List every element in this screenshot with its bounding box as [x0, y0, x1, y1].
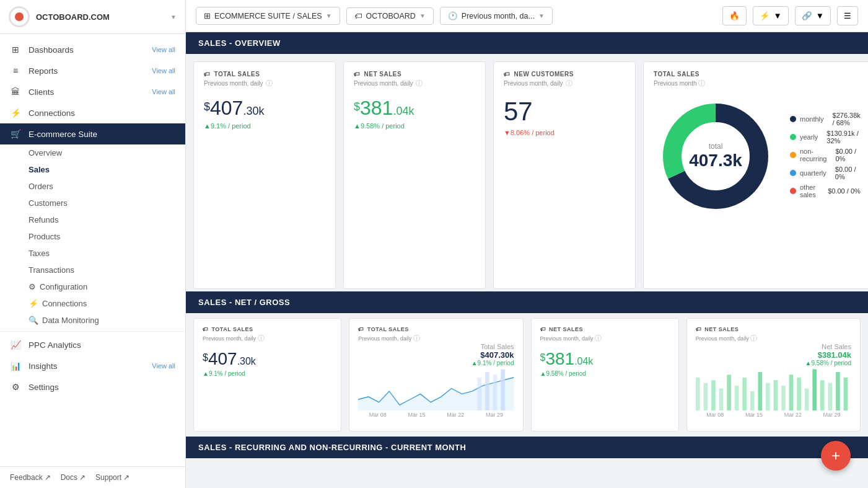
sidebar-item-ecommerce[interactable]: 🛒 E-commerce Suite [0, 123, 185, 144]
sidebar-logo[interactable]: OCTOBOARD.COM ▼ [0, 0, 185, 34]
svg-rect-32 [758, 372, 762, 410]
sidebar-sub-item-products[interactable]: Products [28, 228, 185, 245]
sidebar-sub-item-data-monitoring[interactable]: 🔍Data Monitoring [28, 312, 185, 329]
svg-rect-37 [797, 378, 801, 410]
lightning-icon: ⚡ [760, 11, 770, 20]
net-chart-trend: ▲9.58% / period [696, 360, 851, 366]
sidebar-sub-item-orders[interactable]: Orders [28, 178, 185, 195]
svg-rect-35 [781, 386, 786, 410]
sidebar-item-connections[interactable]: ⚡ Connections [0, 102, 185, 123]
new-customers-value: 57 [504, 97, 625, 126]
legend-item: other sales $0.00 / 0% [790, 184, 861, 198]
share-button[interactable]: 🔗 ▼ [795, 6, 831, 25]
svg-marker-19 [358, 378, 514, 410]
chart-value: $407.30k [358, 350, 514, 360]
svg-rect-28 [727, 375, 731, 410]
support-link[interactable]: Support ↗ [95, 473, 129, 482]
board-selector-button[interactable]: 🏷 OCTOBOARD ▼ [346, 7, 434, 25]
mini-net-sales-trend: ▲9.58% / period [540, 370, 670, 377]
info-icon[interactable]: ⓘ [698, 79, 705, 87]
sidebar-item-reports[interactable]: ≡ Reports View all [0, 60, 185, 81]
info-icon[interactable]: ⓘ [595, 334, 602, 342]
tag-icon: 🏷 [540, 326, 546, 332]
period-selector-button[interactable]: 🕐 Previous month, da... ▼ [440, 7, 553, 25]
tag-icon: 🏷 [696, 326, 702, 332]
sidebar-item-settings[interactable]: ⚙ Settings [0, 376, 185, 397]
donut-svg-container: total 407.3k [654, 94, 778, 218]
legend-dot-quarterly [790, 170, 796, 176]
svg-rect-34 [773, 380, 778, 410]
info-icon[interactable]: ⓘ [566, 79, 572, 88]
add-button[interactable]: + [821, 441, 851, 471]
info-icon[interactable]: ⓘ [416, 79, 423, 88]
sidebar-sub-item-sales[interactable]: Sales [28, 161, 185, 178]
settings-icon: ⚙ [10, 382, 21, 392]
new-customers-trend: ▼8.06% / period [504, 129, 625, 136]
reports-icon: ≡ [10, 66, 21, 76]
chart-label: Total Sales [358, 343, 514, 350]
menu-button[interactable]: ☰ [837, 6, 858, 25]
svg-rect-40 [820, 380, 825, 410]
mini-net-sales-chart-card: 🏷 NET SALES Previous month, daily ⓘ Net … [686, 318, 861, 432]
sidebar-sub-item-transactions[interactable]: Transactions [28, 262, 185, 278]
connections-icon: ⚡ [10, 108, 21, 118]
dashboards-view-all[interactable]: View all [152, 46, 175, 53]
mini-net-sales-chart-title: 🏷 NET SALES [696, 326, 851, 332]
sidebar-item-label: Connections [28, 109, 175, 118]
sidebar-item-dashboards[interactable]: ⊞ Dashboards View all [0, 39, 185, 60]
legend-dot-othersales [790, 188, 796, 194]
suite-selector-button[interactable]: ⊞ ECOMMERCE SUITE / SALES ▼ [196, 7, 340, 25]
feedback-link[interactable]: Feedback ↗ [10, 473, 51, 482]
info-icon[interactable]: ⓘ [266, 79, 273, 88]
sidebar-item-insights[interactable]: 📊 Insights View all [0, 355, 185, 376]
docs-link[interactable]: Docs ↗ [61, 473, 85, 482]
new-customers-subtitle: Previous month, daily ⓘ [504, 79, 625, 88]
sidebar-sub-item-configuration[interactable]: ⚙Configuration [28, 278, 185, 295]
svg-rect-33 [766, 383, 770, 410]
insights-view-all[interactable]: View all [152, 362, 175, 370]
mini-net-sales-card: 🏷 NET SALES Previous month, daily ⓘ $381… [531, 318, 679, 432]
sidebar-nav: ⊞ Dashboards View all ≡ Reports View all… [0, 34, 185, 466]
donut-title: TOTAL SALES [654, 71, 861, 78]
info-icon[interactable]: ⓘ [413, 334, 420, 342]
sidebar-sub-item-refunds[interactable]: Refunds [28, 211, 185, 228]
tag-icon: 🏷 [204, 71, 211, 78]
net-sales-value: $381.04k [354, 97, 475, 120]
info-icon[interactable]: ⓘ [258, 334, 265, 342]
sidebar-sub-item-taxes[interactable]: Taxes [28, 245, 185, 262]
total-sales-card: 🏷 TOTAL SALES Previous month, daily ⓘ $4… [193, 61, 336, 289]
clients-view-all[interactable]: View all [152, 88, 175, 95]
share-icon: 🔗 [802, 11, 812, 20]
plus-icon: + [831, 447, 840, 464]
reports-view-all[interactable]: View all [152, 67, 175, 74]
suite-label: ECOMMERCE SUITE / SALES [214, 12, 322, 20]
sidebar-item-label: Insights [28, 362, 144, 371]
ecommerce-icon: 🛒 [10, 129, 21, 139]
net-gross-header: SALES - NET / GROSS [186, 291, 868, 313]
info-icon[interactable]: ⓘ [750, 334, 757, 342]
sidebar-sub-item-connections2[interactable]: ⚡Connections [28, 295, 185, 312]
legend-item: yearly $130.91k / 32% [790, 130, 861, 144]
fire-button[interactable]: 🔥 [722, 6, 747, 25]
sidebar-sub-item-overview[interactable]: Overview [28, 144, 185, 161]
chevron-down-icon: ▼ [326, 12, 332, 19]
sidebar-item-ppc[interactable]: 📈 PPC Analytics [0, 334, 185, 355]
sidebar-item-clients[interactable]: 🏛 Clients View all [0, 81, 185, 102]
mini-net-sales-title: 🏷 NET SALES [540, 326, 670, 332]
sidebar-footer: Feedback ↗ Docs ↗ Support ↗ [0, 466, 185, 488]
net-sales-card: 🏷 NET SALES Previous month, daily ⓘ $381… [343, 61, 486, 289]
mini-total-sales-value: $407.30k [203, 349, 332, 369]
new-customers-card: 🏷 NEW CUSTOMERS Previous month, daily ⓘ … [493, 61, 636, 289]
sidebar-sub-item-customers[interactable]: Customers [28, 195, 185, 211]
logo-icon [9, 6, 30, 27]
donut-chart-card: TOTAL SALES Previous month ⓘ [643, 61, 868, 289]
svg-rect-38 [805, 389, 809, 411]
svg-rect-30 [742, 378, 747, 410]
chevron-down-icon: ▼ [419, 12, 426, 19]
svg-rect-31 [750, 391, 755, 410]
lightning-button[interactable]: ⚡ ▼ [753, 6, 789, 25]
legend-dot-nonrecurring [790, 152, 796, 158]
svg-rect-36 [789, 375, 794, 410]
total-sales-trend: ▲9.1% / period [204, 122, 325, 130]
svg-rect-27 [719, 389, 723, 411]
